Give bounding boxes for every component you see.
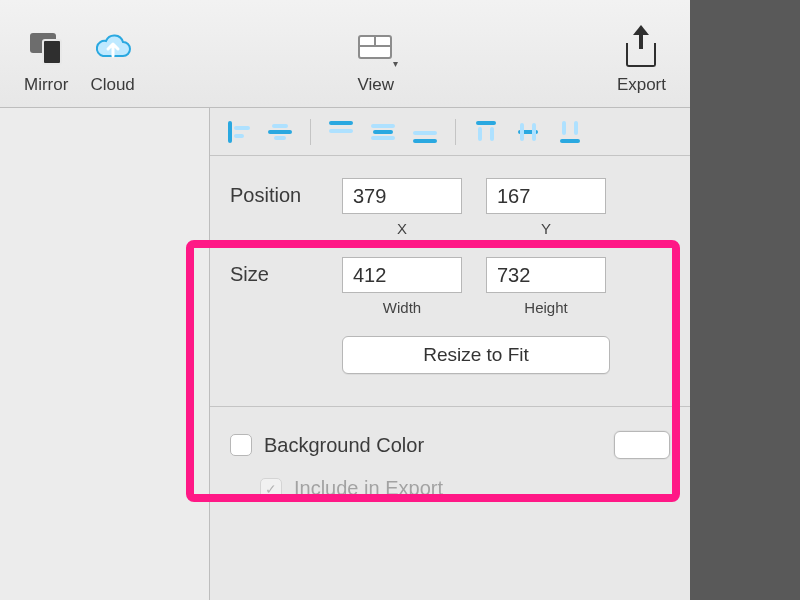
size-row: Size Width Height [230, 257, 670, 316]
distribute-top-button[interactable] [472, 121, 500, 143]
size-width-sublabel: Width [383, 299, 421, 316]
align-top-button[interactable] [327, 121, 355, 143]
inspector-panel: Position X Y Size [210, 108, 690, 600]
background-color-label: Background Color [264, 434, 602, 457]
toolbar: Mirror Cloud ▾ View [0, 0, 690, 108]
align-left-button[interactable] [224, 121, 252, 143]
cloud-upload-icon [93, 31, 133, 67]
position-x-sublabel: X [397, 220, 407, 237]
cloud-button[interactable]: Cloud [90, 31, 134, 95]
resize-to-fit-button[interactable]: Resize to Fit [342, 336, 610, 374]
alignment-toolbar [210, 108, 690, 156]
distribute-middle-button[interactable] [514, 121, 542, 143]
background-color-swatch[interactable] [614, 431, 670, 459]
mirror-button[interactable]: Mirror [24, 31, 68, 95]
position-y-sublabel: Y [541, 220, 551, 237]
align-middle-button[interactable] [369, 121, 397, 143]
layer-list-panel [0, 108, 210, 600]
mirror-icon [26, 31, 66, 67]
chevron-down-icon: ▾ [393, 58, 398, 69]
size-label: Size [230, 257, 342, 286]
export-label: Export [617, 75, 666, 95]
include-in-export-row: ✓ Include in Export [230, 477, 670, 500]
include-in-export-checkbox[interactable]: ✓ [260, 478, 282, 500]
layout-view-icon: ▾ [356, 31, 396, 67]
cloud-label: Cloud [90, 75, 134, 95]
background-color-checkbox[interactable] [230, 434, 252, 456]
section-divider [210, 406, 690, 407]
distribute-bottom-button[interactable] [556, 121, 584, 143]
position-y-input[interactable] [486, 178, 606, 214]
position-row: Position X Y [230, 178, 670, 237]
size-height-input[interactable] [486, 257, 606, 293]
view-button[interactable]: ▾ View [356, 31, 396, 95]
export-button[interactable]: Export [617, 31, 666, 95]
mirror-label: Mirror [24, 75, 68, 95]
export-icon [621, 31, 661, 67]
position-label: Position [230, 178, 342, 207]
align-center-h-button[interactable] [266, 121, 294, 143]
position-x-input[interactable] [342, 178, 462, 214]
include-in-export-label: Include in Export [294, 477, 443, 500]
view-label: View [358, 75, 395, 95]
size-height-sublabel: Height [524, 299, 567, 316]
align-bottom-button[interactable] [411, 121, 439, 143]
size-width-input[interactable] [342, 257, 462, 293]
background-color-row: Background Color [230, 427, 670, 477]
